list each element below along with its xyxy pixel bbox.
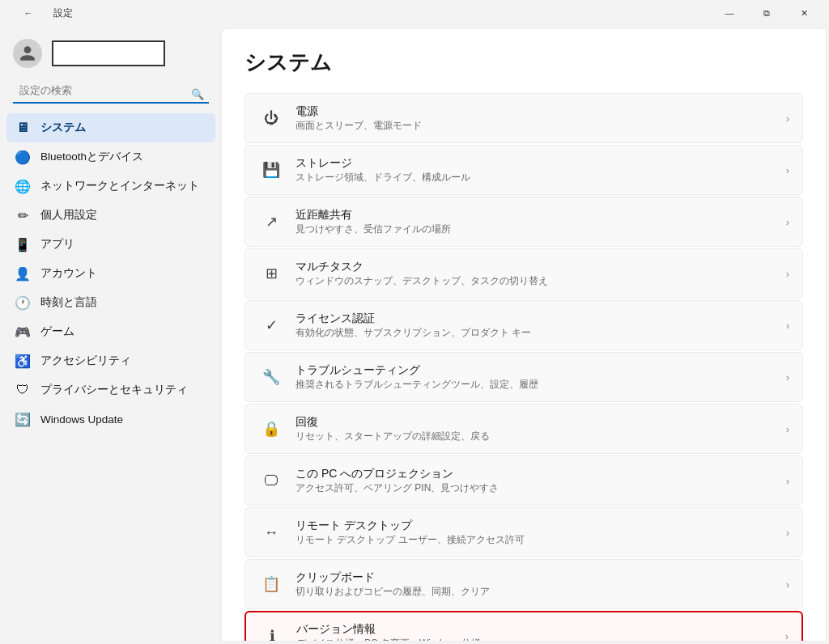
sidebar-item-gaming[interactable]: 🎮 ゲーム bbox=[6, 317, 215, 346]
settings-subtitle-storage: ストレージ領域、ドライブ、構成ルール bbox=[295, 172, 780, 184]
sidebar-item-bluetooth[interactable]: 🔵 Bluetoothとデバイス bbox=[6, 142, 215, 172]
nav-items: 🖥 システム 🔵 Bluetoothとデバイス 🌐 ネットワークとインターネット… bbox=[0, 110, 222, 644]
chevron-icon-recovery: › bbox=[786, 423, 789, 435]
back-button[interactable]: ← bbox=[10, 0, 47, 26]
settings-title-recovery: 回復 bbox=[295, 414, 780, 429]
settings-text-nearby-sharing: 近距離共有 見つけやすさ、受信ファイルの場所 bbox=[295, 207, 780, 236]
nav-label-network: ネットワークとインターネット bbox=[40, 179, 199, 193]
sidebar-item-accessibility[interactable]: ♿ アクセシビリティ bbox=[6, 346, 215, 375]
settings-item-remote-desktop[interactable]: ↔ リモート デスクトップ リモート デスクトップ ユーザー、接続アクセス許可 … bbox=[244, 507, 803, 557]
settings-icon-version-info: ℹ bbox=[259, 623, 285, 641]
nav-icon-apps: 📱 bbox=[15, 236, 31, 252]
settings-title-troubleshoot: トラブルシューティング bbox=[295, 362, 780, 377]
settings-title-multitasking: マルチタスク bbox=[295, 259, 780, 273]
search-input[interactable] bbox=[13, 78, 209, 104]
nav-label-accessibility: アクセシビリティ bbox=[40, 354, 131, 368]
settings-title-storage: ストレージ bbox=[295, 155, 780, 170]
settings-text-version-info: バージョン情報 デバイス仕様、PC 名変更、Windows 仕様 bbox=[296, 621, 779, 641]
settings-item-troubleshoot[interactable]: 🔧 トラブルシューティング 推奨されるトラブルシューティングツール、設定、履歴 … bbox=[244, 352, 803, 402]
settings-icon-clipboard: 📋 bbox=[258, 571, 284, 597]
settings-text-remote-desktop: リモート デスクトップ リモート デスクトップ ユーザー、接続アクセス許可 bbox=[295, 518, 780, 547]
chevron-icon-multitasking: › bbox=[786, 268, 789, 280]
settings-subtitle-clipboard: 切り取りおよびコピーの履歴、同期、クリア bbox=[295, 586, 780, 599]
settings-icon-troubleshoot: 🔧 bbox=[258, 364, 284, 390]
sidebar-item-time[interactable]: 🕐 時刻と言語 bbox=[6, 288, 215, 317]
nav-icon-system: 🖥 bbox=[15, 120, 31, 136]
settings-icon-storage: 💾 bbox=[258, 157, 284, 183]
settings-item-version-info[interactable]: ℹ バージョン情報 デバイス仕様、PC 名変更、Windows 仕様 › bbox=[244, 611, 803, 641]
chevron-icon-version-info: › bbox=[785, 630, 789, 642]
settings-text-multitasking: マルチタスク ウィンドウのスナップ、デスクトップ、タスクの切り替え bbox=[295, 259, 780, 288]
nav-label-personalization: 個人用設定 bbox=[40, 208, 97, 222]
settings-text-clipboard: クリップボード 切り取りおよびコピーの履歴、同期、クリア bbox=[295, 570, 780, 599]
nav-label-system: システム bbox=[40, 121, 86, 135]
nav-icon-accessibility: ♿ bbox=[15, 353, 31, 369]
settings-item-nearby-sharing[interactable]: ↗ 近距離共有 見つけやすさ、受信ファイルの場所 › bbox=[244, 197, 803, 247]
close-button[interactable]: ✕ bbox=[785, 0, 823, 26]
nav-icon-windows-update: 🔄 bbox=[15, 411, 31, 427]
settings-text-storage: ストレージ ストレージ領域、ドライブ、構成ルール bbox=[295, 155, 780, 184]
sidebar-item-accounts[interactable]: 👤 アカウント bbox=[6, 259, 215, 288]
settings-item-clipboard[interactable]: 📋 クリップボード 切り取りおよびコピーの履歴、同期、クリア › bbox=[244, 559, 803, 609]
settings-subtitle-troubleshoot: 推奨されるトラブルシューティングツール、設定、履歴 bbox=[295, 379, 780, 392]
settings-item-recovery[interactable]: 🔒 回復 リセット、スタートアップの詳細設定、戻る › bbox=[244, 404, 803, 454]
settings-subtitle-activation: 有効化の状態、サブスクリプション、プロダクト キー bbox=[295, 327, 780, 340]
sidebar-item-windows-update[interactable]: 🔄 Windows Update bbox=[6, 405, 215, 434]
chevron-icon-troubleshoot: › bbox=[786, 371, 789, 383]
nav-icon-personalization: ✏ bbox=[15, 207, 31, 223]
page-title: システム bbox=[244, 49, 803, 77]
nav-label-privacy: プライバシーとセキュリティ bbox=[40, 383, 188, 397]
chevron-icon-clipboard: › bbox=[786, 578, 789, 591]
sidebar: 🔍 🖥 システム 🔵 Bluetoothとデバイス 🌐 ネットワークとインターネ… bbox=[0, 26, 222, 644]
nav-icon-gaming: 🎮 bbox=[15, 324, 31, 340]
sidebar-item-privacy[interactable]: 🛡 プライバシーとセキュリティ bbox=[6, 375, 215, 405]
settings-item-activation[interactable]: ✓ ライセンス認証 有効化の状態、サブスクリプション、プロダクト キー › bbox=[244, 300, 803, 350]
settings-subtitle-version-info: デバイス仕様、PC 名変更、Windows 仕様 bbox=[296, 638, 779, 641]
chevron-icon-remote-desktop: › bbox=[786, 527, 789, 539]
settings-title-clipboard: クリップボード bbox=[295, 570, 780, 584]
search-container: 🔍 bbox=[0, 78, 222, 110]
settings-icon-multitasking: ⊞ bbox=[258, 261, 284, 286]
settings-text-troubleshoot: トラブルシューティング 推奨されるトラブルシューティングツール、設定、履歴 bbox=[295, 362, 780, 392]
nav-icon-time: 🕐 bbox=[15, 294, 31, 311]
nav-label-apps: アプリ bbox=[40, 237, 74, 252]
nav-label-time: 時刻と言語 bbox=[40, 295, 97, 310]
nav-icon-accounts: 👤 bbox=[15, 265, 31, 282]
settings-icon-power: ⏻ bbox=[258, 105, 284, 131]
settings-icon-recovery: 🔒 bbox=[258, 416, 284, 442]
settings-icon-projection: 🖵 bbox=[258, 468, 284, 494]
main-content: システム ⏻ 電源 画面とスリープ、電源モード › 💾 ストレージ ストレージ領… bbox=[222, 29, 826, 641]
settings-title-nearby-sharing: 近距離共有 bbox=[295, 207, 780, 222]
nav-label-accounts: アカウント bbox=[40, 266, 97, 281]
chevron-icon-nearby-sharing: › bbox=[786, 216, 789, 228]
minimize-button[interactable]: — bbox=[711, 0, 748, 26]
sidebar-item-personalization[interactable]: ✏ 個人用設定 bbox=[6, 201, 215, 230]
sidebar-item-network[interactable]: 🌐 ネットワークとインターネット bbox=[6, 172, 215, 201]
settings-icon-activation: ✓ bbox=[258, 312, 284, 338]
settings-text-projection: この PC へのプロジェクション アクセス許可、ペアリング PIN、見つけやすさ bbox=[295, 466, 780, 495]
title-bar: ← 設定 — ⧉ ✕ bbox=[0, 0, 829, 26]
chevron-icon-power: › bbox=[786, 112, 789, 125]
sidebar-item-apps[interactable]: 📱 アプリ bbox=[6, 230, 215, 259]
title-bar-controls: — ⧉ ✕ bbox=[711, 0, 823, 26]
restore-button[interactable]: ⧉ bbox=[748, 0, 785, 26]
settings-title-power: 電源 bbox=[295, 104, 780, 118]
settings-item-projection[interactable]: 🖵 この PC へのプロジェクション アクセス許可、ペアリング PIN、見つけや… bbox=[244, 455, 803, 506]
nav-label-bluetooth: Bluetoothとデバイス bbox=[40, 150, 143, 164]
search-icon: 🔍 bbox=[191, 88, 204, 100]
settings-item-multitasking[interactable]: ⊞ マルチタスク ウィンドウのスナップ、デスクトップ、タスクの切り替え › bbox=[244, 248, 803, 299]
settings-title-projection: この PC へのプロジェクション bbox=[295, 466, 780, 481]
settings-text-recovery: 回復 リセット、スタートアップの詳細設定、戻る bbox=[295, 414, 780, 443]
sidebar-item-system[interactable]: 🖥 システム bbox=[6, 113, 215, 142]
nav-icon-bluetooth: 🔵 bbox=[15, 149, 31, 165]
settings-item-storage[interactable]: 💾 ストレージ ストレージ領域、ドライブ、構成ルール › bbox=[244, 145, 803, 195]
avatar bbox=[13, 39, 42, 68]
settings-title-activation: ライセンス認証 bbox=[295, 311, 780, 325]
chevron-icon-activation: › bbox=[786, 320, 789, 332]
settings-list: ⏻ 電源 画面とスリープ、電源モード › 💾 ストレージ ストレージ領域、ドライ… bbox=[244, 93, 803, 641]
settings-subtitle-recovery: リセット、スタートアップの詳細設定、戻る bbox=[295, 430, 780, 443]
nav-label-windows-update: Windows Update bbox=[40, 413, 123, 426]
settings-item-power[interactable]: ⏻ 電源 画面とスリープ、電源モード › bbox=[244, 93, 803, 143]
settings-title-version-info: バージョン情報 bbox=[296, 621, 779, 636]
nav-icon-privacy: 🛡 bbox=[15, 382, 31, 398]
